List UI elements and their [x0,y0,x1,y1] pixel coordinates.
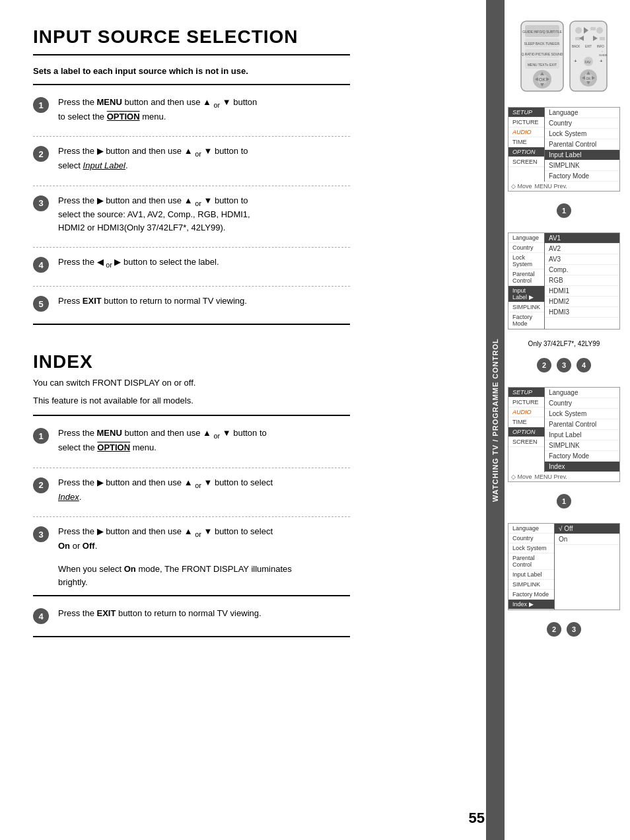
menu1-audio: AUDIO [508,127,544,137]
step-5-text: Press EXIT button to return to normal TV… [58,295,247,308]
right-panel: GUIDE INFO/Q SUBTITLE SLEEP BACK TUNEGR.… [498,0,630,655]
menu3-screen: SCREEN [508,437,544,447]
menu2-hdmi3: HDMI3 [545,307,619,318]
index-step-3-text: Press the ▶ button and then use ▲ or ▼ b… [58,525,273,552]
menu3-parental: Parental Control [545,419,619,430]
menu4-on: On [555,534,619,545]
only-note: Only 37/42LF7*, 42LY99 [528,340,600,347]
badge-3: 3 [557,358,571,372]
menu1-nav: ◇ MoveMENU Prev. [508,182,619,191]
index-step-3: 3 Press the ▶ button and then use ▲ or ▼… [33,525,350,557]
index-dashed-1 [33,468,350,468]
svg-text:FAV: FAV [584,60,591,64]
menu3-setup: SETUP [508,388,544,398]
input-source-title: INPUT SOURCE SELECTION [33,26,350,48]
step-circle-2: 2 [33,146,49,162]
input-step-4: 4 Press the ◀ or ▶ button to select the … [33,256,350,278]
menu-screen-2: Language Country Lock System Parental Co… [508,232,620,330]
menu1-screen: SCREEN [508,157,544,167]
index-intro-2: This feature is not available for all mo… [33,396,350,405]
svg-text:GUIDE: GUIDE [599,53,608,57]
svg-text:GUIDE INFO/Q SUBTITLE: GUIDE INFO/Q SUBTITLE [522,30,562,34]
svg-point-17 [575,27,582,34]
menu4-inputlabel: Input Label [508,570,554,580]
input-step-3: 3 Press the ▶ button and then use ▲ or ▼… [33,194,350,240]
remote-right-svg: BACK EXIT INFO ○ GUIDE + FAV + OK [569,20,608,92]
menu1-setup: SETUP [508,108,544,118]
dashed-divider-3 [33,247,350,248]
menu-screen-4: Language Country Lock System Parental Co… [508,523,620,610]
menu1-time: TIME [508,137,544,147]
menu2-locksystem: Lock System [508,253,544,269]
menu-screen-3: SETUP PICTURE AUDIO TIME OPTION SCREEN L… [508,387,620,482]
badge-index-3: 3 [567,622,581,637]
menu1-factory: Factory Mode [545,171,619,182]
index-step-circle-2: 2 [33,477,49,493]
index-intro-1: You can switch FRONT DISPLAY on or off. [33,378,350,388]
menu4-off: √ Off [555,524,619,534]
input-step-1: 1 Press the MENU button and then use ▲ o… [33,96,350,128]
input-step-2: 2 Press the ▶ button and then use ▲ or ▼… [33,145,350,177]
section-divider-2 [33,84,350,85]
input-source-subtitle: Sets a label to each input source which … [33,66,350,76]
menu4-locksystem: Lock System [508,543,554,553]
index-step-1-text: Press the MENU button and then use ▲ or … [58,427,267,454]
menu-screen-1: SETUP PICTURE AUDIO TIME OPTION SCREEN L… [508,107,620,192]
badge-1: 1 [557,203,571,218]
menu2-country: Country [508,243,544,253]
input-step-5: 5 Press EXIT button to return to normal … [33,295,350,317]
index-dashed-2 [33,516,350,517]
menu3-picture: PICTURE [508,398,544,407]
menu2-av3: AV3 [545,254,619,265]
svg-text:EXIT: EXIT [585,45,592,48]
menu2-av1: AV1 [545,233,619,244]
step-3-text: Press the ▶ button and then use ▲ or ▼ b… [58,194,250,234]
index-step-2-text: Press the ▶ button and then use ▲ or ▼ b… [58,476,273,503]
svg-text:SLEEP BACK TUNEGR.: SLEEP BACK TUNEGR. [524,42,561,46]
menu4-country: Country [508,534,554,543]
step-2-text: Press the ▶ button and then use ▲ or ▼ b… [58,145,248,172]
menu4-language: Language [508,524,554,534]
menu2-inputlabel: Input Label ▶ [508,286,544,302]
menu2-hdmi1: HDMI1 [545,286,619,297]
svg-point-20 [596,27,603,34]
badge-group-index-23: 2 3 [545,622,582,637]
menu2-av2: AV2 [545,244,619,254]
svg-rect-24 [600,37,605,40]
menu1-country: Country [545,118,619,129]
badge-group-index-1: 1 [555,494,573,508]
sidebar-label: WATCHING TV / PROGRAMME CONTROL [486,0,505,840]
svg-text:OK: OK [586,77,591,81]
menu4-simplink: SIMPLINK [508,580,554,590]
menu3-time: TIME [508,417,544,427]
svg-rect-19 [590,27,596,30]
menu2-rgb: RGB [545,275,619,286]
menu1-simplink: SIMPLINK [545,160,619,171]
index-step-3-subnote: When you select On mode, The FRONT DISPL… [33,563,350,588]
page: INPUT SOURCE SELECTION Sets a label to e… [0,0,630,840]
menu2-language: Language [508,233,544,243]
menu2-simplink: SIMPLINK [508,302,544,312]
menu3-option: OPTION [508,427,544,437]
dashed-divider-4 [33,286,350,287]
badge-group-1: 1 [555,203,573,218]
badge-4: 4 [577,358,591,372]
menu3-inputlabel: Input Label [545,430,619,440]
index-section-line-top [33,415,350,416]
menu3-audio: AUDIO [508,407,544,417]
menu4-factory: Factory Mode [508,590,554,600]
badge-2: 2 [537,358,551,372]
svg-text:INFO: INFO [597,45,604,48]
index-section-line-mid [33,595,350,596]
page-number: 55 [469,810,485,827]
badge-index-1: 1 [557,494,571,508]
menu1-inputlabel: Input Label [545,150,619,160]
svg-text:MENU TEXT≡ EXIT: MENU TEXT≡ EXIT [528,63,557,67]
menu1-option: OPTION [508,147,544,157]
svg-text:Q.RATIO PICTURE SOUND: Q.RATIO PICTURE SOUND [522,52,563,56]
menu3-country: Country [545,398,619,409]
step-1-text: Press the MENU button and then use ▲ or … [58,96,257,123]
badge-index-2: 2 [547,622,561,637]
index-step-1: 1 Press the MENU button and then use ▲ o… [33,427,350,459]
remote-illustration: GUIDE INFO/Q SUBTITLE SLEEP BACK TUNEGR.… [520,20,608,92]
